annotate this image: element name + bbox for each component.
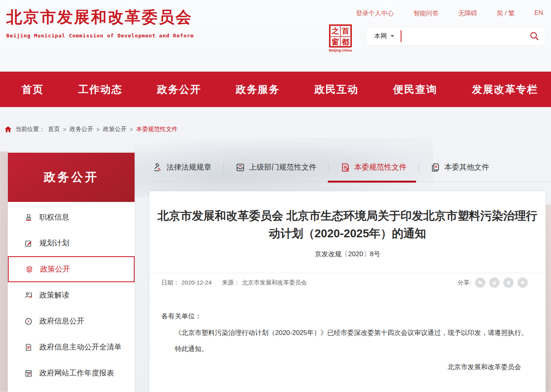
article-body: 各有关单位： 《北京市塑料污染治理行动计划（2020-2025年）》已经市委深改… [150,292,545,375]
sidebar-item-proactive-disclosure-list[interactable]: 政府信息主动公开全清单 [8,334,135,360]
article-meta-row: 日期： 2020-12-24 来源： 北京市发展和改革委员会 分享: [150,273,545,292]
sidebar-item-label: 职权信息 [39,212,69,222]
article-paragraph: 特此通知。 [161,341,530,357]
wechat-share-button[interactable] [475,277,485,288]
sidebar-item-gov-info-disclosure[interactable]: 政府信息公开 [8,308,135,334]
simplified-traditional-toggle[interactable]: 简 / 繁 [497,9,514,18]
nav-item-gov-services[interactable]: 政务服务 [236,83,280,96]
main-navigation: 首页 工作动态 政务公开 政务服务 政民互动 便民查询 发展改革专栏 [0,72,551,107]
doc-list-icon [24,343,33,351]
home-icon [4,125,12,133]
report-table-icon [24,369,33,377]
sidebar: 政务公开 职权信息 规划计划 [8,153,135,392]
share-bar: 分享: [458,277,528,288]
sidebar-item-policy-interpretation[interactable]: 政策解读 [8,282,135,308]
english-link[interactable]: EN [534,9,543,18]
site-logo[interactable]: 北京市发展和改革委员会 Beijing Municipal Commission… [6,6,194,39]
nav-item-reform-column[interactable]: 发展改革专栏 [472,83,538,96]
article-signature: 北京市发展和改革委员会 [161,359,530,375]
search-icon [529,31,540,41]
stamp-icon [24,213,33,222]
accessibility-link[interactable]: 无障碍 [458,9,477,18]
breadcrumb-separator: > [96,126,100,133]
sidebar-item-label: 政策解读 [39,290,69,300]
caret-down-icon [390,35,394,39]
document-category-tabs: 法律法规规章 上级部门规范性文件 本委规范性文件 [146,153,551,182]
tab-laws-regulations[interactable]: 法律法规规章 [153,162,211,172]
doc-copy-icon [431,163,440,172]
site-header: 北京市发展和改革委员会 Beijing Municipal Commission… [0,0,551,60]
breadcrumb-current: 本委规范性文件 [136,126,178,133]
search-button[interactable] [529,31,540,41]
article-source: 北京市发展和改革委员会 [242,279,307,287]
article-salutation: 各有关单位： [161,308,530,325]
breadcrumb-separator: > [130,126,133,133]
compass-icon [24,317,33,325]
sidebar-item-label: 政府网站工作年度报表 [39,368,114,378]
weibo-icon [491,279,497,286]
qq-share-button[interactable] [503,277,514,288]
smart-qa-link[interactable]: 智能问答 [413,9,438,18]
sidebar-item-policy-disclosure[interactable]: 政策公开 [8,256,135,282]
site-title-english: Beijing Municipal Commission of Developm… [6,33,194,39]
sidebar-item-decision-catalog[interactable]: 决策目录 [8,386,135,392]
sidebar-menu: 职权信息 规划计划 政策公开 [8,202,135,392]
sidebar-item-label: 政府信息主动公开全清单 [39,342,122,352]
search-input[interactable] [401,27,529,45]
tab-commission-normative-docs[interactable]: 本委规范性文件 [340,162,407,172]
article-date: 2020-12-24 [181,279,212,287]
seal-char: 窗 [330,37,340,48]
tab-superior-normative-docs[interactable]: 上级部门规范性文件 [235,162,316,172]
article-paragraph: 《北京市塑料污染治理行动计划（2020-2025年）》已经市委深改委第十四次会议… [161,325,530,341]
tab-divider [223,163,224,172]
utility-links: 登录个人中心 智能问答 无障碍 简 / 繁 EN [356,9,543,18]
breadcrumb-policy-disclosure[interactable]: 政策公开 [103,126,127,133]
tab-label: 法律法规规章 [166,162,211,172]
seal-char: 首 [340,26,351,37]
qzone-share-button[interactable] [518,277,528,288]
nav-item-gov-disclosure[interactable]: 政务公开 [157,83,201,96]
policy-read-icon [24,291,33,300]
sidebar-item-label: 政府信息公开 [39,316,84,326]
page: 北京市发展和改革委员会 Beijing Municipal Commission… [0,0,551,392]
sidebar-item-label: 规划计划 [39,238,69,248]
seal-char: 都 [340,37,351,48]
beijing-china-seal-logo[interactable]: 之 首 窗 都 Beijing-China [328,24,353,52]
active-tab-underline [328,181,416,183]
breadcrumb-gov-disclosure[interactable]: 政务公开 [70,126,93,133]
login-personal-center-link[interactable]: 登录个人中心 [356,9,394,18]
tab-label: 上级部门规范性文件 [249,162,316,172]
left-photo-strip [0,152,8,392]
tab-divider [418,163,419,172]
nav-item-convenient-inquiry[interactable]: 便民查询 [393,83,437,96]
tab-label: 本委其他文件 [444,162,489,172]
main-content: 法律法规规章 上级部门规范性文件 本委规范性文件 [146,153,551,392]
nav-item-public-interaction[interactable]: 政民互动 [314,83,359,96]
breadcrumb-home[interactable]: 首页 [48,126,60,133]
breadcrumb-separator: > [63,126,67,133]
date-label: 日期： [161,279,179,287]
tab-commission-other-docs[interactable]: 本委其他文件 [431,162,489,172]
article-meta: 日期： 2020-12-24 来源： 北京市发展和改革委员会 [161,279,307,287]
sidebar-title: 政务公开 [8,153,135,202]
layers-icon [25,265,33,274]
search-scope-label: 本网 [374,32,387,41]
sidebar-item-authority-info[interactable]: 职权信息 [8,204,135,230]
sidebar-item-label: 政策公开 [40,264,70,274]
weibo-share-button[interactable] [489,277,499,288]
seal-caption: Beijing-China [328,48,353,52]
sidebar-item-planning[interactable]: 规划计划 [8,230,135,256]
nav-item-home[interactable]: 首页 [22,83,44,96]
sidebar-item-website-annual-report[interactable]: 政府网站工作年度报表 [8,360,135,386]
inbox-doc-icon [235,163,245,172]
tab-divider [328,163,329,172]
source-label: 来源： [222,279,240,287]
site-title: 北京市发展和改革委员会 [6,6,194,28]
qq-icon [505,279,512,286]
doc-pencil-icon [340,163,350,172]
search-scope-dropdown[interactable]: 本网 [374,32,394,41]
breadcrumb: 当前位置： 首页 > 政务公开 > 政策公开 > 本委规范性文件 [4,125,178,133]
nav-item-work-news[interactable]: 工作动态 [78,83,122,96]
seal-characters: 之 首 窗 都 [329,24,352,47]
seal-char: 之 [330,26,340,37]
